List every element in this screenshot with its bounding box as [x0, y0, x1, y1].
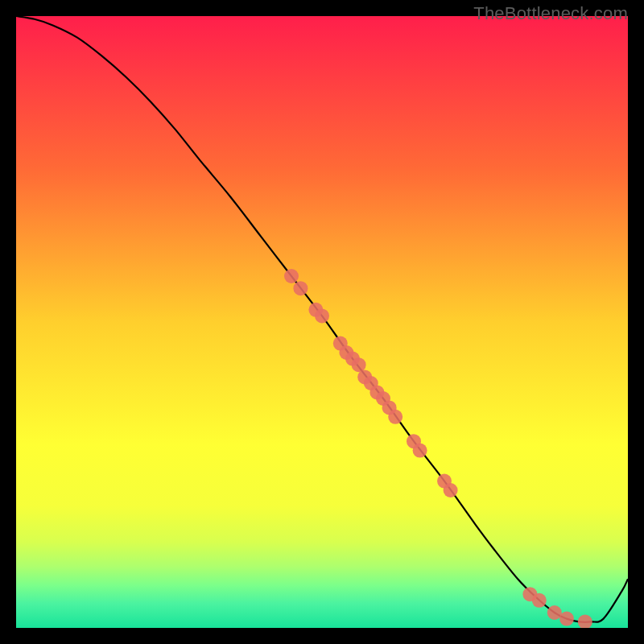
scatter-point: [444, 483, 458, 497]
chart-plot-area: [16, 16, 628, 628]
watermark-label: TheBottleneck.com: [473, 3, 628, 24]
scatter-point: [413, 444, 427, 458]
scatter-point: [559, 612, 574, 626]
scatter-point: [293, 281, 308, 295]
chart-canvas: [16, 16, 628, 628]
scatter-point: [315, 308, 329, 323]
scatter-point: [388, 410, 402, 424]
chart-frame: TheBottleneck.com: [0, 0, 644, 644]
scatter-point: [284, 269, 299, 283]
scatter-point: [532, 593, 547, 608]
